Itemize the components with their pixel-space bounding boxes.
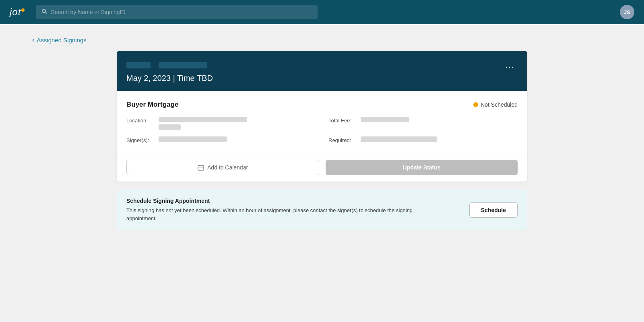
update-status-label: Update Status [402, 164, 440, 171]
status-text: Not Scheduled [481, 101, 518, 108]
notice-text-block: Schedule Signing Appointment This signin… [126, 198, 424, 222]
main-content: ‹ Assigned Signings . ... May 2, 2023 | … [0, 24, 644, 322]
redacted-id-1 [126, 62, 151, 68]
breadcrumb-link[interactable]: Assigned Signings [37, 37, 86, 43]
notice-title: Schedule Signing Appointment [126, 198, 424, 204]
update-status-button[interactable]: Update Status [326, 160, 518, 175]
topnav: jot JS [0, 0, 644, 24]
schedule-notice: Schedule Signing Appointment This signin… [117, 190, 527, 230]
details-grid: Location: Total Fee: [126, 117, 518, 143]
location-label: Location: [126, 117, 155, 124]
location-value [159, 117, 316, 130]
required-label: Required: [328, 136, 357, 143]
status-badge: Not Scheduled [473, 101, 518, 108]
signing-card: . ... May 2, 2023 | Time TBD Buyer Mortg… [117, 51, 527, 182]
total-fee-label: Total Fee: [328, 117, 357, 124]
logo-dot [21, 8, 25, 12]
schedule-button[interactable]: Schedule [469, 202, 518, 218]
mortgage-title: Buyer Mortgage [126, 101, 178, 109]
search-bar[interactable] [36, 5, 318, 19]
svg-rect-2 [198, 165, 204, 170]
signers-label: Signer(s): [126, 136, 155, 143]
logo: jot [10, 6, 25, 18]
total-fee-value [361, 117, 518, 122]
calendar-icon [198, 164, 204, 171]
required-value [361, 136, 518, 142]
svg-line-1 [45, 12, 47, 14]
total-fee-row: Total Fee: [328, 117, 518, 130]
required-row: Required: [328, 136, 518, 143]
add-to-calendar-button[interactable]: Add to Calendar [126, 160, 319, 175]
logo-text: jot [10, 6, 21, 18]
signers-row: Signer(s): [126, 136, 316, 143]
notice-body: This signing has not yet been scheduled.… [126, 206, 424, 222]
signing-date: May 2, 2023 | Time TBD [126, 74, 518, 83]
search-icon [41, 8, 47, 16]
redacted-id-2 [159, 62, 207, 68]
avatar[interactable]: JS [620, 5, 634, 19]
card-actions: Add to Calendar Update Status [117, 153, 527, 182]
more-menu-button[interactable]: ... [502, 59, 518, 71]
location-row: Location: [126, 117, 316, 130]
svg-point-0 [42, 9, 45, 12]
status-dot-icon [473, 102, 478, 107]
search-input[interactable] [51, 9, 312, 15]
card-header: . ... May 2, 2023 | Time TBD [117, 51, 527, 91]
breadcrumb: ‹ Assigned Signings [32, 36, 612, 43]
card-body: Buyer Mortgage Not Scheduled Location: [117, 91, 527, 153]
back-chevron-icon: ‹ [32, 36, 34, 43]
add-to-calendar-label: Add to Calendar [207, 164, 248, 171]
header-redacted-row: . [126, 62, 207, 68]
signers-value [159, 136, 316, 142]
